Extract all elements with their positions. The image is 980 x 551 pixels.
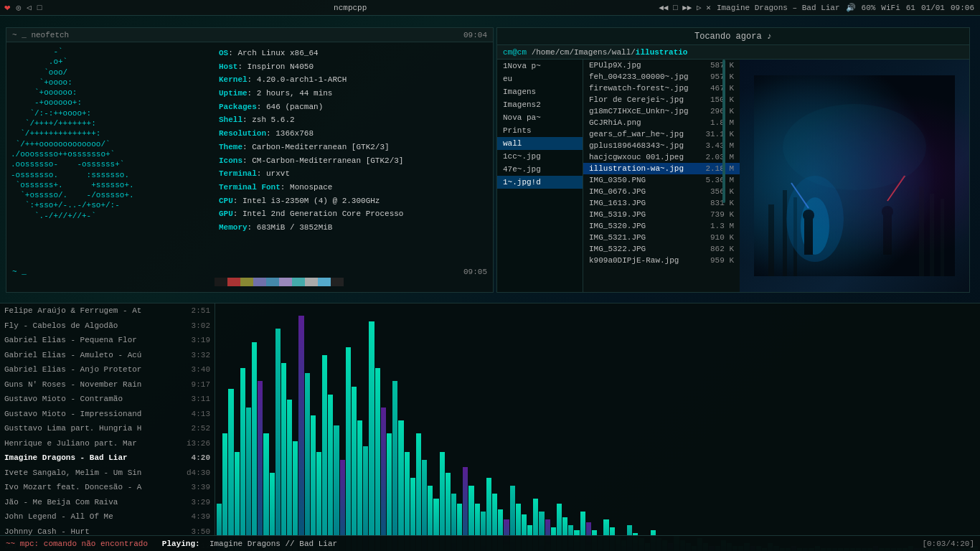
fm-current-dir: illustratio	[636, 48, 688, 57]
vis-bar	[222, 433, 227, 551]
playlist-item[interactable]: Ivete Sangalo, Melim - Um Sind4:30	[0, 466, 215, 481]
fm-file-row[interactable]: IMG_0676.JPG356 K	[583, 186, 740, 197]
fm-folder-1nova[interactable]: 1Nova p~	[497, 60, 583, 72]
wifi-strength: 61	[906, 4, 915, 12]
fm-file-row[interactable]: IMG_1613.JPG831 K	[583, 197, 740, 209]
fm-file-row[interactable]: gplus1896468343~.jpg3.43 M	[583, 140, 740, 151]
fm-file-row[interactable]: IMG_5321.JPG910 K	[583, 232, 740, 243]
track-name: Gustavo Mioto - Contramão	[4, 393, 186, 405]
color-block-7	[305, 278, 318, 286]
fm-file-row[interactable]: IMG_5320.JPG1.3 M	[583, 220, 740, 232]
fm-folder-imagens[interactable]: Imagens	[497, 85, 583, 98]
vis-bar	[240, 368, 245, 551]
wallpaper-preview	[740, 60, 969, 292]
vis-bar	[381, 408, 386, 551]
vis-bar	[328, 395, 333, 552]
fm-folder-wall[interactable]: wall	[497, 137, 583, 150]
neofetch-title: ~ _ neofetch	[12, 31, 69, 39]
svg-line-15	[791, 183, 809, 208]
fm-scrollbar[interactable]	[722, 60, 725, 203]
fm-file-row[interactable]: hacjcgwxouc 001.jpeg2.03 M	[583, 151, 740, 163]
fm-file-row[interactable]: GCJRhiA.png1.8 M	[583, 117, 740, 128]
fm-folder-eu[interactable]: eu	[497, 72, 583, 85]
playlist-item[interactable]: John Legend - All Of Me4:39	[0, 509, 215, 524]
fm-file-size: 1.3 M	[691, 222, 734, 230]
fm-statusbar: -rwxr-xr-x 1 cm root 2.18M 2018-12-12 07…	[497, 292, 969, 293]
playlist-item[interactable]: Gustavo Mioto - Impressionand4:13	[0, 407, 215, 422]
app-icon[interactable]: ❤	[4, 1, 10, 14]
playlist-item[interactable]: Felipe Araújo & Ferrugem - At2:51	[0, 303, 215, 319]
fm-folder-1jpg[interactable]: 1~.jpg!d	[497, 176, 583, 189]
vis-bar	[416, 433, 421, 551]
playlist-item[interactable]: Imagine Dragons - Bad Liar4:20	[0, 451, 215, 466]
fm-file-row[interactable]: feh_004233_00000~.jpg957 K	[583, 71, 740, 83]
vis-bar	[392, 381, 397, 551]
time-display: 09:06	[951, 4, 974, 12]
taskbar-icon-3[interactable]: ◁	[27, 3, 32, 12]
fm-path-text: /home/cm/Imagens/wall/	[532, 48, 636, 57]
fm-files-panel[interactable]: EPUlp9X.jpg587 Kfeh_004233_00000~.jpg957…	[583, 60, 740, 292]
fm-file-name: IMG_5320.JPG	[589, 222, 691, 230]
now-playing-track: Imagine Dragons – Bad Liar	[717, 4, 840, 12]
fm-file-size: 31.1 K	[691, 130, 734, 138]
fm-file-row[interactable]: k909a0DIPjE-Raw.jpg959 K	[583, 255, 740, 266]
taskbar-icon-2[interactable]: ◎	[16, 3, 21, 12]
fm-file-name: EPUlp9X.jpg	[589, 61, 691, 70]
fm-file-size: 910 K	[691, 233, 734, 242]
fm-file-size: 959 K	[691, 256, 734, 265]
fm-folder-47e[interactable]: 47e~.jpg	[497, 163, 583, 176]
neofetch-titlebar: ~ _ neofetch 09:04	[6, 28, 493, 42]
playlist-item[interactable]: Gustavo Mioto - Contramão3:11	[0, 392, 215, 407]
fm-folder-imagens2[interactable]: Imagens2	[497, 98, 583, 111]
fm-file-size: 831 K	[691, 199, 734, 207]
fm-image-preview	[740, 60, 969, 292]
fm-file-row[interactable]: IMG_5319.JPG739 K	[583, 209, 740, 220]
fm-file-size: 587 K	[691, 61, 734, 70]
color-block-8	[318, 278, 331, 286]
fm-file-row[interactable]: IMG_0350.PNG5.36 M	[583, 174, 740, 186]
playlist[interactable]: Felipe Araújo & Ferrugem - At2:51Fly - C…	[0, 303, 215, 551]
svg-line-13	[887, 176, 905, 201]
fm-file-row[interactable]: gears_of_war_he~.jpg31.1 K	[583, 128, 740, 140]
now-playing-bar: Tocando agora ♪	[497, 28, 969, 45]
playlist-item[interactable]: Gabriel Elias - Amuleto - Acú3:32	[0, 348, 215, 363]
playlist-item[interactable]: Jão - Me Beija Com Raiva3:29	[0, 495, 215, 510]
fm-body: 1Nova p~ eu Imagens Imagens2 Nova pa~ Pr…	[497, 60, 969, 292]
fm-file-row[interactable]: illustration-wa~.jpg2.18 M	[583, 163, 740, 174]
color-block-1	[227, 278, 240, 286]
playlist-item[interactable]: Fly - Cabelos de Algodão3:02	[0, 319, 215, 334]
track-name: Ivete Sangalo, Melim - Um Sin	[4, 467, 181, 479]
fm-folder-1cc[interactable]: 1cc~.jpg	[497, 150, 583, 163]
svg-line-14	[887, 176, 905, 201]
playlist-item[interactable]: Henrique e Juliano part. Marí3:26	[0, 436, 215, 451]
fm-folder-prints[interactable]: Prints	[497, 124, 583, 137]
track-duration: 3:11	[192, 393, 210, 405]
track-duration: 4:39	[192, 511, 210, 523]
track-name: Gustavo Mioto - Impressionand	[4, 408, 186, 420]
fm-file-name: k909a0DIPjE-Raw.jpg	[589, 256, 691, 265]
playlist-item[interactable]: Gabriel Elias - Pequena Flor3:19	[0, 333, 215, 348]
fm-file-row[interactable]: IMG_5322.JPG862 K	[583, 243, 740, 255]
fm-file-name: firewatch-forest~.jpg	[589, 84, 691, 93]
cmd-playing-track: Imagine Dragons // Bad Liar	[209, 540, 337, 548]
track-name: Gabriel Elias - Anjo Protetor	[4, 364, 186, 376]
fm-file-row[interactable]: g18mC7IHXcE_Unkn~.jpg296 K	[583, 105, 740, 117]
fm-file-row[interactable]: EPUlp9X.jpg587 K	[583, 60, 740, 71]
cmdline: ~~ mpc: comando não encontrado Playing: …	[0, 535, 980, 551]
fm-file-size: 862 K	[691, 245, 734, 253]
vis-bar	[275, 329, 281, 551]
fm-folders-panel[interactable]: 1Nova p~ eu Imagens Imagens2 Nova pa~ Pr…	[497, 60, 583, 292]
track-name: Jão - Me Beija Com Raiva	[4, 496, 186, 509]
cmd-time: [0:03/4:20]	[922, 540, 974, 548]
svg-rect-0	[754, 75, 955, 276]
svg-point-8	[801, 197, 829, 255]
fm-file-row[interactable]: firewatch-forest~.jpg467 K	[583, 83, 740, 94]
playlist-item[interactable]: Guns N' Roses - November Rain9:17	[0, 377, 215, 392]
playlist-item[interactable]: Ivo Mozart feat. Doncesão - A3:39	[0, 480, 215, 495]
fm-file-row[interactable]: Flor de Cerejei~.jpg150 K	[583, 94, 740, 105]
taskbar-icon-4[interactable]: □	[37, 4, 42, 12]
track-duration: 2:52	[192, 423, 210, 435]
playlist-item[interactable]: Gabriel Elias - Anjo Protetor3:40	[0, 362, 215, 377]
fm-folder-novapa[interactable]: Nova pa~	[497, 111, 583, 124]
playlist-item[interactable]: Gusttavo Lima part. Hungria H2:52	[0, 421, 215, 436]
